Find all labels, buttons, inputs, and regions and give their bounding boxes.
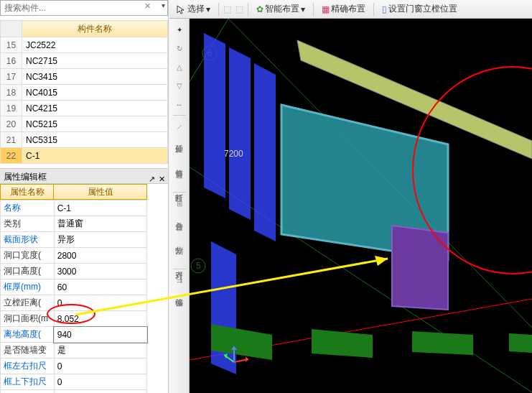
component-row[interactable]: 22C-1 [1,148,168,164]
svg-text:7200: 7200 [224,149,243,159]
row-number: 16 [1,53,22,69]
svg-marker-16 [312,329,373,358]
property-row[interactable]: 离地高度(940 [1,327,147,343]
prop-value[interactable]: 0 [54,359,146,374]
vtool-mirror[interactable]: △ [172,59,187,75]
prop-label: 是否随墙变 [1,343,55,359]
gear-green-icon: ✿ [256,4,263,14]
component-row[interactable]: 21NC5315 [1,132,168,148]
prop-value[interactable]: 2800 [54,248,146,264]
property-row[interactable]: 类别普通窗 [1,216,147,232]
disabled-icon-1: ⬚ [223,4,231,14]
pin-icon[interactable]: ✕ [159,171,165,187]
vtool-merge[interactable]: ⊞ [172,195,187,211]
property-row[interactable]: 框上下扣尺0 [1,374,147,390]
property-row[interactable]: 洞口面积(m8.052 [1,311,147,327]
prop-label: 离地高度( [1,327,55,343]
smart-layout-button[interactable]: ✿ 智能布置 ▾ [253,1,309,17]
search-input[interactable] [0,0,168,16]
vtool-trim[interactable]: ✂ [172,143,187,159]
component-name-cell: C-1 [22,148,168,164]
component-name-cell: NC5315 [22,132,168,148]
component-row[interactable]: 18NC4015 [1,85,168,101]
vtool-rot[interactable]: ↻ [172,40,187,56]
component-row[interactable]: 20NC5215 [1,116,168,132]
vtool-break[interactable]: ⊟ [172,167,187,183]
prop-value[interactable]: 0 [54,295,146,311]
prop-label: 洞口高度( [1,264,55,279]
top-toolbar: 选择 ▾ ⬚ ⬚ ✿ 智能布置 ▾ ▦ 精确布置 ▯ 设置门窗立樘位置 [169,0,532,19]
property-panel-title: 属性编辑框 ↗ ✕ [0,168,168,184]
component-row[interactable]: 17NC3415 [1,69,168,85]
component-row[interactable]: 19NC4215 [1,101,168,116]
prop-value[interactable]: 8.052 [54,390,146,394]
property-row[interactable]: 立樘距离(0 [1,295,147,311]
prop-value-header[interactable]: 属性值 [54,184,147,200]
property-row[interactable]: 框左右扣尺0 [1,359,147,374]
disabled-icon-2: ⬚ [235,4,243,14]
vtool-align[interactable]: ≡ [172,244,187,260]
prop-label: 框上下扣尺 [1,374,55,390]
svg-marker-20 [246,356,248,362]
component-table: 构件名称 15JC252216NC271517NC341518NC401519N… [0,20,168,164]
component-name-cell: NC4215 [22,101,168,116]
vtool-split[interactable]: ⊟ [172,220,187,236]
prop-value[interactable]: 0 [54,374,146,390]
select-button[interactable]: 选择 ▾ [172,1,214,17]
property-table: 名称C-1类别普通窗截面形状异形洞口宽度(2800洞口高度(3000框厚(mm)… [0,200,147,393]
clear-icon[interactable]: ✕ [144,1,151,11]
component-name-cell: NC5215 [22,116,168,132]
vertical-toolbar: ✦ ↻ △ ▽ ↔ ⟋ 延伸 ✂ 修剪 ⊟ 打断 ⊞ 合并 ⊟ 分割 ≡ 对齐 … [169,19,190,393]
row-number: 17 [1,69,22,85]
vtool-move[interactable]: ↔ [172,96,187,112]
prop-label: 类别 [1,216,55,232]
prop-label: 框左右扣尺 [1,359,55,374]
3d-viewport[interactable]: 6 5 [190,19,532,393]
grid-pink-icon: ▦ [322,4,330,14]
prop-value[interactable]: 3000 [54,264,146,279]
left-panel: ✕ ▾ 构件名称 15JC252216NC271517NC341518NC401… [0,0,169,393]
property-row[interactable]: 是否随墙变是 [1,343,147,359]
row-number: 21 [1,132,22,148]
row-number: 18 [1,85,22,101]
close-icon[interactable]: ↗ [149,171,155,187]
prop-value[interactable]: 普通窗 [54,216,146,232]
prop-value[interactable]: 60 [54,279,146,295]
prop-label: 框外围面积 [1,390,55,394]
prop-value[interactable]: C-1 [54,200,146,216]
prop-name-header[interactable]: 属性名称 [0,184,54,200]
vtool-pick[interactable]: ✦ [172,22,187,37]
prop-value[interactable]: 940 [54,327,146,343]
svg-text:5: 5 [196,261,201,271]
svg-marker-9 [204,33,225,198]
prop-value[interactable]: 是 [54,343,146,359]
property-row[interactable]: 洞口宽度(2800 [1,248,147,264]
row-number: 15 [1,37,22,53]
svg-marker-11 [254,63,276,241]
prop-label: 截面形状 [1,232,55,248]
component-row[interactable]: 16NC2715 [1,53,168,69]
door-icon: ▯ [382,4,387,14]
prop-value[interactable]: 8.052 [54,311,146,327]
prop-label: 名称 [1,200,55,216]
cursor-icon [176,4,186,14]
set-position-button[interactable]: ▯ 设置门窗立樘位置 [378,1,461,17]
component-row[interactable]: 15JC2522 [1,37,168,53]
property-row[interactable]: 名称C-1 [1,200,147,216]
component-name-cell: NC4015 [22,85,168,101]
svg-marker-18 [509,333,532,353]
dropdown-icon[interactable]: ▾ [162,1,165,9]
precise-layout-button[interactable]: ▦ 精确布置 [318,1,369,17]
row-number: 19 [1,101,22,116]
prop-value[interactable]: 异形 [54,232,146,248]
property-row[interactable]: 框外围面积8.052 [1,390,147,394]
property-row[interactable]: 截面形状异形 [1,232,147,248]
component-name-header[interactable]: 构件名称 [22,21,168,37]
vtool-extend[interactable]: ⟋ [172,119,187,134]
vtool-flip[interactable]: ▽ [172,78,187,93]
svg-marker-14 [392,226,448,310]
property-row[interactable]: 框厚(mm)60 [1,279,147,295]
property-row[interactable]: 洞口高度(3000 [1,264,147,279]
component-name-cell: NC3415 [22,69,168,85]
vtool-offset[interactable]: ⇉ [172,272,187,288]
